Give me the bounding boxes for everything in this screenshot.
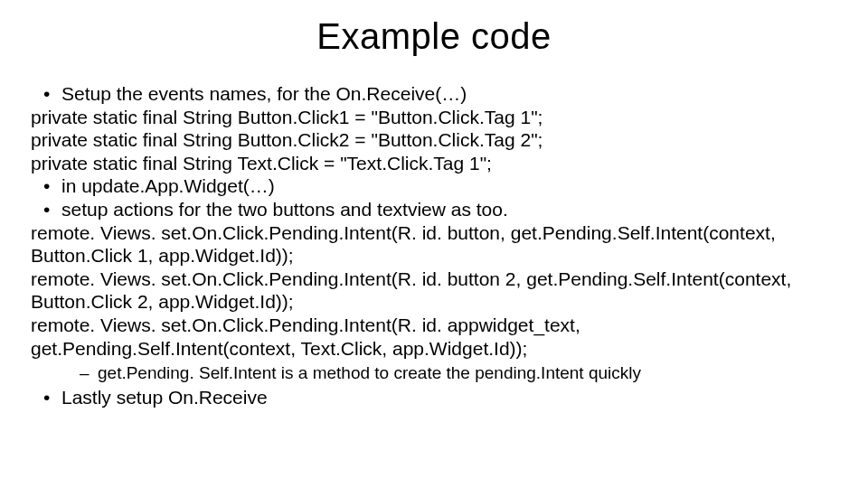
bullet-item: Lastly setup On.Receive <box>31 386 837 409</box>
slide-body: Setup the events names, for the On.Recei… <box>0 82 868 409</box>
code-line: remote. Views. set.On.Click.Pending.Inte… <box>31 314 837 360</box>
code-line: remote. Views. set.On.Click.Pending.Inte… <box>31 267 837 314</box>
bullet-item: setup actions for the two buttons and te… <box>31 198 837 221</box>
sub-bullet-item: get.Pending. Self.Intent is a method to … <box>31 362 837 383</box>
code-line: private static final String Text.Click =… <box>31 152 837 175</box>
code-line: private static final String Button.Click… <box>31 106 837 129</box>
code-line: remote. Views. set.On.Click.Pending.Inte… <box>31 221 837 267</box>
bullet-item: in update.App.Widget(…) <box>31 174 837 198</box>
bullet-item: Setup the events names, for the On.Recei… <box>31 82 837 106</box>
slide-title: Example code <box>0 16 868 57</box>
code-line: private static final String Button.Click… <box>31 128 837 152</box>
